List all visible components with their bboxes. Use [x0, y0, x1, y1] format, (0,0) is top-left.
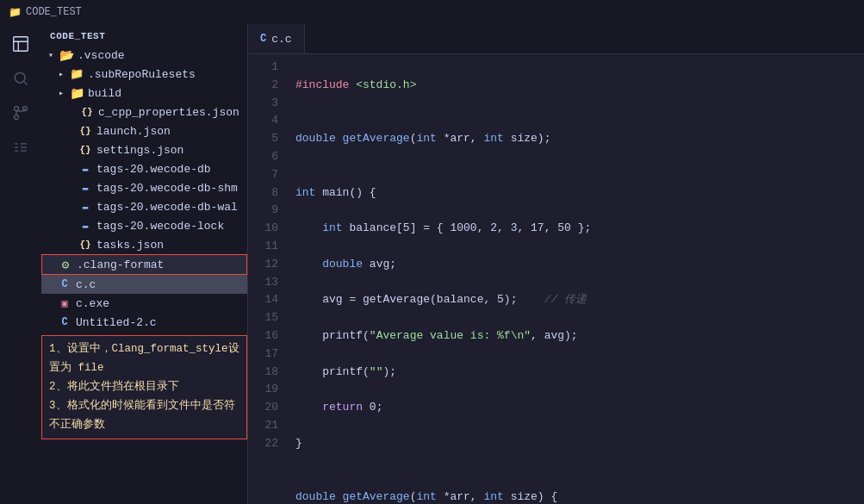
- sidebar-item-cexe[interactable]: ▣ c.exe: [41, 294, 247, 313]
- c-file-icon: C: [57, 277, 72, 292]
- sidebar-item-label: .clang-format: [77, 258, 164, 271]
- json-icon: {}: [79, 104, 95, 120]
- sidebar-item-tagslock[interactable]: ▬ tags-20.wecode-lock: [41, 216, 247, 235]
- sidebar-item-label: tags-20.wecode-db: [96, 163, 211, 176]
- chevron-right-icon: ▸: [59, 69, 67, 79]
- sidebar-item-subrepo[interactable]: ▸ 📁 .subRepoRulesets: [41, 65, 247, 84]
- sidebar-item-label: launch.json: [96, 125, 171, 138]
- sidebar-item-label: tags-20.wecode-db-shm: [96, 182, 238, 195]
- sidebar-title: CODE_TEST: [41, 24, 247, 46]
- sidebar-item-label: c.exe: [76, 297, 109, 310]
- sidebar-item-c-cpp-properties[interactable]: {} c_cpp_properties.json: [41, 103, 247, 121]
- code-line-14: double getAverage(int *arr, int size) {: [295, 488, 864, 504]
- tab-label: c.c: [271, 33, 291, 46]
- svg-point-3: [15, 115, 19, 120]
- editor-area: C c.c 12345 678910 1112131415 1617181920…: [248, 24, 864, 504]
- folder-icon: 📁: [9, 6, 22, 19]
- tab-cc[interactable]: C c.c: [248, 24, 305, 53]
- sidebar-item-label: c_cpp_properties.json: [98, 106, 239, 119]
- svg-point-2: [15, 107, 19, 111]
- line-numbers: 12345 678910 1112131415 1617181920 2122: [248, 54, 287, 504]
- sidebar-item-tags20[interactable]: ▬ tags-20.wecode-db: [41, 159, 247, 178]
- annotation-line-2: 2、将此文件挡在根目录下: [49, 378, 239, 397]
- code-editor[interactable]: 12345 678910 1112131415 1617181920 2122 …: [248, 54, 864, 504]
- annotation-box: 1、设置中，Clang_format_style设置为 file 2、将此文件挡…: [41, 335, 247, 439]
- sidebar-item-label: settings.json: [96, 144, 183, 157]
- sidebar-item-build[interactable]: ▸ 📁 build: [41, 84, 247, 103]
- title-text: CODE_TEST: [26, 6, 82, 18]
- json-icon: {}: [78, 237, 93, 252]
- code-line-12: }: [295, 435, 864, 453]
- gear-icon: ⚙: [58, 257, 73, 272]
- sidebar-item-label: .subRepoRulesets: [88, 68, 196, 81]
- sidebar-item-label: build: [88, 87, 121, 100]
- code-line-6: int balance[5] = { 1000, 2, 3, 17, 50 };: [295, 220, 864, 238]
- title-bar: 📁 CODE_TEST: [0, 0, 864, 24]
- extensions-icon[interactable]: [5, 132, 36, 163]
- code-line-1: #include <stdio.h>: [295, 77, 864, 95]
- code-line-8: avg = getAverage(balance, 5); // 传递: [295, 291, 864, 309]
- git-icon[interactable]: [5, 97, 36, 128]
- chevron-down-icon: ▾: [48, 50, 57, 60]
- svg-rect-0: [14, 37, 28, 52]
- search-icon[interactable]: [5, 63, 36, 94]
- code-line-7: double avg;: [295, 256, 864, 274]
- sidebar-item-cc[interactable]: C c.c: [41, 275, 247, 294]
- sidebar-item-vscode[interactable]: ▾ 📂 .vscode: [41, 46, 247, 65]
- sidebar-item-label: c.c: [76, 278, 96, 291]
- json-icon: {}: [78, 123, 93, 139]
- sidebar-item-settings[interactable]: {} settings.json: [41, 140, 247, 159]
- code-line-11: return 0;: [295, 399, 864, 417]
- sidebar-item-label: tasks.json: [96, 239, 164, 252]
- folder-open-icon: 📂: [59, 47, 74, 63]
- activity-bar: [0, 24, 41, 504]
- code-line-5: int main() {: [295, 184, 864, 202]
- file-icon: ▬: [78, 161, 93, 177]
- file-icon: ▬: [78, 180, 93, 196]
- annotation-line-3: 3、格式化的时候能看到文件中是否符不正确参数: [49, 397, 239, 435]
- svg-point-1: [15, 72, 25, 83]
- sidebar-item-label: tags-20.wecode-db-wal: [96, 201, 238, 214]
- code-content[interactable]: #include <stdio.h> double getAverage(int…: [287, 54, 864, 504]
- sidebar: CODE_TEST ▾ 📂 .vscode ▸ 📁 .subRepoRulese…: [41, 24, 248, 504]
- c-tab-icon: C: [260, 33, 266, 45]
- file-icon: ▬: [78, 199, 93, 215]
- sidebar-item-tags20shm[interactable]: ▬ tags-20.wecode-db-shm: [41, 178, 247, 197]
- chevron-right-icon: ▸: [59, 88, 67, 98]
- explorer-icon[interactable]: [5, 28, 36, 59]
- sidebar-item-label: .vscode: [78, 49, 125, 62]
- c-file-icon: C: [57, 314, 72, 330]
- sidebar-item-tags20wal[interactable]: ▬ tags-20.wecode-db-wal: [41, 197, 247, 216]
- tab-bar: C c.c: [248, 24, 864, 54]
- json-icon: {}: [78, 142, 93, 158]
- sidebar-item-launch[interactable]: {} launch.json: [41, 121, 247, 140]
- annotation-line-1: 1、设置中，Clang_format_style设置为 file: [49, 340, 239, 378]
- folder-icon: 📁: [69, 85, 84, 101]
- sidebar-item-tasks[interactable]: {} tasks.json: [41, 235, 247, 254]
- file-icon: ▬: [78, 218, 93, 233]
- code-line-10: printf("");: [295, 364, 864, 382]
- sidebar-item-untitled2c[interactable]: C Untitled-2.c: [41, 313, 247, 332]
- sidebar-item-clangformat[interactable]: ⚙ .clang-format: [41, 254, 247, 275]
- exe-icon: ▣: [57, 296, 72, 311]
- code-line-9: printf("Average value is: %f\n", avg);: [295, 327, 864, 345]
- sidebar-item-label: Untitled-2.c: [76, 316, 157, 329]
- code-line-3: double getAverage(int *arr, int size);: [295, 130, 864, 148]
- sidebar-item-label: tags-20.wecode-lock: [96, 220, 224, 233]
- folder-icon: 📁: [69, 66, 84, 82]
